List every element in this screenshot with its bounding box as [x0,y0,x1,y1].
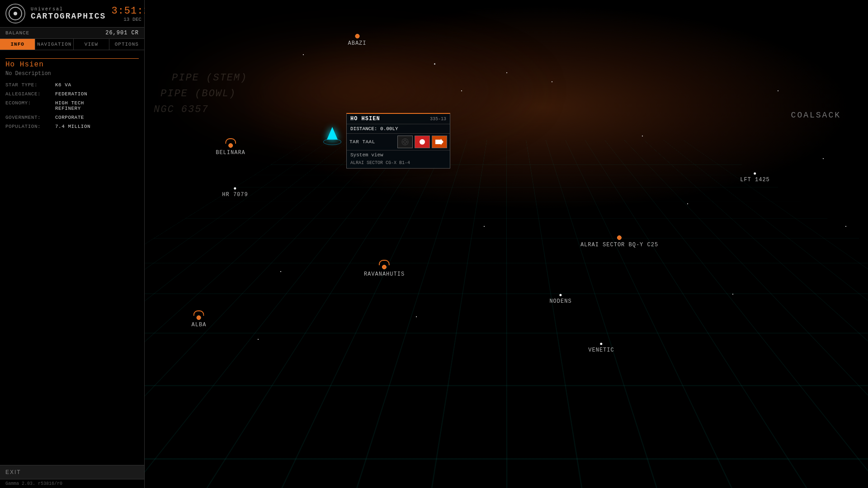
ship-pulse [323,139,341,145]
star-type-value: K6 VA [55,82,71,88]
brand-small: Universal [31,7,106,12]
nodens-marker[interactable]: NODENS [549,294,571,305]
popup-target-name: TAR TAAL [349,139,396,145]
footer: EXIT Gamma 2.03. r53816/r0 [0,465,144,488]
star-map[interactable]: PIPE (STEM) PIPE (BOWL) NGC 6357 COALSAC… [145,0,868,488]
ship-triangle [327,127,338,140]
alrai-bq-icon [617,235,622,240]
alrai-bq-marker[interactable]: ALRAI SECTOR BQ-Y C25 [580,235,658,248]
belinara-marker[interactable]: BELINARA [216,143,245,156]
tab-navigation[interactable]: NAVIGATION [35,39,74,50]
population-value: 7.4 MILLION [55,124,90,129]
nodens-icon [560,294,562,296]
alrai-bq-name: ALRAI SECTOR BQ-Y C25 [580,242,658,248]
abazi-name: ABAZI [348,40,366,47]
popup-alrai: ALRAI SECTOR CG-X B1-4 [347,160,450,168]
abazi-marker[interactable]: ABAZI [348,34,366,47]
popup-distance: DISTANCE: 0.00LY [347,124,450,134]
pipe-bowl-label: PIPE (BOWL) [160,88,236,99]
target-icon-btn[interactable] [397,136,413,148]
belinara-icon [228,143,233,148]
popup-system-view[interactable]: System view [347,150,450,160]
tab-view[interactable]: VIEW [74,39,109,50]
government-row: GOVERNMENT: CORPORATE [5,115,139,120]
lft1425-marker[interactable]: LFT 1425 [740,173,770,183]
sidebar: Universal CARTOGRAPHICS 3:51:21 13 DEC 3… [0,0,145,488]
tab-options[interactable]: OPTIONS [109,39,144,50]
allegiance-row: ALLEGIANCE: FEDERATION [5,91,139,97]
economy-label: ECONOMY: [5,100,55,111]
government-label: GOVERNMENT: [5,115,55,120]
system-popup: HO HSIEN 335-13 DISTANCE: 0.00LY TAR TAA… [346,113,450,169]
popup-system-id: 335-13 [430,117,446,122]
balance-label: BALANCE [5,30,29,36]
star-type-row: STAR TYPE: K6 VA [5,82,139,88]
svg-point-18 [404,141,406,143]
star-type-label: STAR TYPE: [5,82,55,88]
popup-system-title: HO HSIEN [350,116,380,122]
nodens-name: NODENS [549,298,571,305]
logo [5,4,25,23]
lft1425-name: LFT 1425 [740,177,770,183]
abazi-icon [355,34,359,38]
orange-action-btn[interactable] [432,136,447,148]
alba-name: ALBA [192,322,207,328]
tab-info[interactable]: INFO [0,39,35,50]
system-name: Ho Hsien [5,61,139,69]
tab-bar: INFO NAVIGATION VIEW OPTIONS [0,39,144,50]
lft1425-icon [754,173,756,175]
venetic-marker[interactable]: VENETIC [588,343,614,353]
info-panel: Ho Hsien No Description STAR TYPE: K6 VA… [0,50,144,465]
belinara-name: BELINARA [216,150,245,156]
popup-header: HO HSIEN 335-13 [347,114,450,124]
hr7079-marker[interactable]: HR 7079 [222,188,248,198]
hr7079-icon [234,188,236,190]
red-icon [419,139,425,145]
allegiance-label: ALLEGIANCE: [5,91,55,97]
popup-actions: TAR TAAL [347,134,450,150]
app-header: Universal CARTOGRAPHICS 3:51:21 13 DEC 3… [0,0,144,28]
allegiance-value: FEDERATION [55,91,87,97]
ravanahutis-name: RAVANAHUTIS [364,271,405,277]
ship-marker [327,127,338,140]
ravanahutis-marker[interactable]: RAVANAHUTIS [364,265,405,277]
coalsack-label: COALSACK [791,111,841,120]
venetic-icon [600,343,602,345]
economy-value: HIGH TECH REFINERY [55,100,84,111]
arrow-icon [435,139,443,145]
target-icon [401,138,409,146]
hr7079-name: HR 7079 [222,192,248,198]
alba-marker[interactable]: ALBA [192,315,207,328]
svg-marker-24 [435,139,443,145]
balance-value: 26,901 CR [105,30,139,36]
population-label: POPULATION: [5,124,55,129]
balance-bar: BALANCE 26,901 CR [0,28,144,39]
alba-icon [197,315,201,320]
venetic-name: VENETIC [588,347,614,353]
population-row: POPULATION: 7.4 MILLION [5,124,139,129]
ngc-label: NGC 6357 [154,104,209,115]
version: Gamma 2.03. r53816/r0 [0,479,144,488]
exit-button[interactable]: EXIT [0,465,144,479]
red-action-btn[interactable] [415,136,430,148]
brand-large: CARTOGRAPHICS [31,12,106,21]
divider [5,58,139,59]
ravanahutis-icon [382,265,387,269]
government-value: CORPORATE [55,115,84,120]
pipe-stem-label: PIPE (STEM) [172,72,247,84]
economy-row: ECONOMY: HIGH TECH REFINERY [5,100,139,111]
svg-point-23 [420,139,425,145]
system-description: No Description [5,70,139,77]
